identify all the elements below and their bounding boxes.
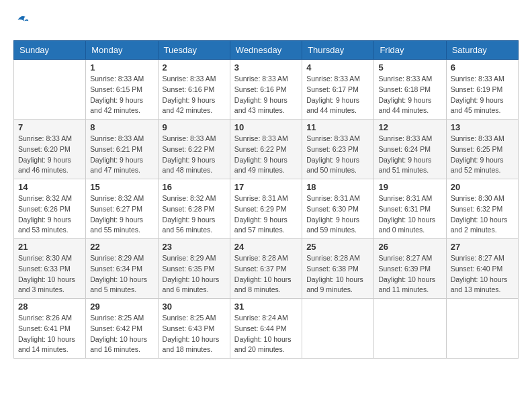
day-number: 3	[234, 62, 298, 73]
day-number: 24	[234, 242, 298, 252]
calendar-cell: 2Sunrise: 8:33 AMSunset: 6:16 PMDaylight…	[158, 60, 230, 120]
calendar-cell: 26Sunrise: 8:27 AMSunset: 6:39 PMDayligh…	[374, 239, 446, 299]
day-info: Sunrise: 8:24 AMSunset: 6:44 PMDaylight:…	[234, 313, 298, 355]
logo	[13, 13, 32, 30]
day-number: 13	[451, 122, 514, 132]
day-info: Sunrise: 8:29 AMSunset: 6:34 PMDaylight:…	[90, 253, 153, 295]
calendar-cell: 24Sunrise: 8:28 AMSunset: 6:37 PMDayligh…	[230, 239, 302, 299]
day-number: 5	[378, 62, 441, 73]
calendar-cell: 21Sunrise: 8:30 AMSunset: 6:33 PMDayligh…	[14, 239, 86, 299]
page-header	[13, 13, 519, 30]
calendar-cell: 22Sunrise: 8:29 AMSunset: 6:34 PMDayligh…	[86, 239, 158, 299]
calendar-cell	[446, 299, 518, 359]
day-info: Sunrise: 8:32 AMSunset: 6:26 PMDaylight:…	[18, 193, 81, 236]
calendar-cell: 31Sunrise: 8:24 AMSunset: 6:44 PMDayligh…	[230, 299, 302, 359]
day-info: Sunrise: 8:33 AMSunset: 6:22 PMDaylight:…	[234, 134, 298, 176]
day-info: Sunrise: 8:30 AMSunset: 6:33 PMDaylight:…	[18, 253, 81, 295]
day-number: 14	[18, 182, 81, 192]
day-number: 28	[18, 302, 81, 312]
calendar-cell: 23Sunrise: 8:29 AMSunset: 6:35 PMDayligh…	[158, 239, 230, 299]
logo-image	[13, 13, 30, 30]
week-row-2: 7Sunrise: 8:33 AMSunset: 6:20 PMDaylight…	[14, 120, 519, 179]
day-number: 15	[90, 182, 153, 192]
day-info: Sunrise: 8:33 AMSunset: 6:22 PMDaylight:…	[163, 134, 226, 176]
weekday-header-tuesday: Tuesday	[158, 41, 230, 60]
calendar-cell: 1Sunrise: 8:33 AMSunset: 6:15 PMDaylight…	[86, 60, 158, 120]
day-number: 17	[234, 182, 298, 192]
day-info: Sunrise: 8:32 AMSunset: 6:28 PMDaylight:…	[163, 193, 226, 236]
calendar-cell: 6Sunrise: 8:33 AMSunset: 6:19 PMDaylight…	[446, 60, 518, 120]
weekday-header-wednesday: Wednesday	[230, 41, 302, 60]
day-info: Sunrise: 8:28 AMSunset: 6:38 PMDaylight:…	[306, 253, 369, 295]
weekday-header-monday: Monday	[86, 41, 158, 60]
calendar-cell: 20Sunrise: 8:30 AMSunset: 6:32 PMDayligh…	[446, 179, 518, 239]
week-row-3: 14Sunrise: 8:32 AMSunset: 6:26 PMDayligh…	[14, 179, 519, 239]
day-info: Sunrise: 8:33 AMSunset: 6:17 PMDaylight:…	[306, 74, 369, 116]
calendar-cell: 16Sunrise: 8:32 AMSunset: 6:28 PMDayligh…	[158, 179, 230, 239]
weekday-header-saturday: Saturday	[446, 41, 518, 60]
day-number: 26	[378, 242, 441, 252]
calendar-cell: 17Sunrise: 8:31 AMSunset: 6:29 PMDayligh…	[230, 179, 302, 239]
day-info: Sunrise: 8:33 AMSunset: 6:18 PMDaylight:…	[378, 74, 441, 116]
day-number: 31	[234, 302, 298, 312]
calendar-cell: 11Sunrise: 8:33 AMSunset: 6:23 PMDayligh…	[302, 120, 374, 179]
calendar-cell: 25Sunrise: 8:28 AMSunset: 6:38 PMDayligh…	[302, 239, 374, 299]
day-info: Sunrise: 8:30 AMSunset: 6:32 PMDaylight:…	[451, 193, 514, 236]
day-info: Sunrise: 8:33 AMSunset: 6:16 PMDaylight:…	[234, 74, 298, 116]
day-number: 11	[306, 122, 369, 132]
day-info: Sunrise: 8:33 AMSunset: 6:15 PMDaylight:…	[90, 74, 153, 116]
day-info: Sunrise: 8:26 AMSunset: 6:41 PMDaylight:…	[18, 313, 81, 355]
calendar-cell: 3Sunrise: 8:33 AMSunset: 6:16 PMDaylight…	[230, 60, 302, 120]
day-info: Sunrise: 8:31 AMSunset: 6:30 PMDaylight:…	[306, 193, 369, 236]
day-number: 1	[90, 62, 153, 73]
day-info: Sunrise: 8:31 AMSunset: 6:31 PMDaylight:…	[378, 193, 441, 236]
day-number: 29	[90, 302, 153, 312]
day-number: 19	[378, 182, 441, 192]
day-info: Sunrise: 8:33 AMSunset: 6:23 PMDaylight:…	[306, 134, 369, 176]
day-info: Sunrise: 8:25 AMSunset: 6:42 PMDaylight:…	[90, 313, 153, 355]
calendar-cell	[374, 299, 446, 359]
day-info: Sunrise: 8:33 AMSunset: 6:24 PMDaylight:…	[378, 134, 441, 176]
day-info: Sunrise: 8:33 AMSunset: 6:19 PMDaylight:…	[451, 74, 514, 116]
weekday-header-row: SundayMondayTuesdayWednesdayThursdayFrid…	[14, 41, 519, 60]
day-number: 23	[163, 242, 226, 252]
calendar-cell: 27Sunrise: 8:27 AMSunset: 6:40 PMDayligh…	[446, 239, 518, 299]
calendar-cell: 9Sunrise: 8:33 AMSunset: 6:22 PMDaylight…	[158, 120, 230, 179]
calendar-cell	[14, 60, 86, 120]
day-number: 25	[306, 242, 369, 252]
day-info: Sunrise: 8:31 AMSunset: 6:29 PMDaylight:…	[234, 193, 298, 236]
day-info: Sunrise: 8:33 AMSunset: 6:25 PMDaylight:…	[451, 134, 514, 176]
calendar-cell: 19Sunrise: 8:31 AMSunset: 6:31 PMDayligh…	[374, 179, 446, 239]
day-number: 6	[451, 62, 514, 73]
day-number: 20	[451, 182, 514, 192]
day-number: 12	[378, 122, 441, 132]
day-info: Sunrise: 8:25 AMSunset: 6:43 PMDaylight:…	[163, 313, 226, 355]
day-number: 8	[90, 122, 153, 132]
calendar-cell: 5Sunrise: 8:33 AMSunset: 6:18 PMDaylight…	[374, 60, 446, 120]
calendar-cell: 4Sunrise: 8:33 AMSunset: 6:17 PMDaylight…	[302, 60, 374, 120]
day-number: 9	[163, 122, 226, 132]
day-info: Sunrise: 8:29 AMSunset: 6:35 PMDaylight:…	[163, 253, 226, 295]
day-number: 4	[306, 62, 369, 73]
week-row-5: 28Sunrise: 8:26 AMSunset: 6:41 PMDayligh…	[14, 299, 519, 359]
day-info: Sunrise: 8:32 AMSunset: 6:27 PMDaylight:…	[90, 193, 153, 236]
weekday-header-friday: Friday	[374, 41, 446, 60]
calendar-cell: 7Sunrise: 8:33 AMSunset: 6:20 PMDaylight…	[14, 120, 86, 179]
day-number: 10	[234, 122, 298, 132]
day-number: 30	[163, 302, 226, 312]
calendar-cell: 28Sunrise: 8:26 AMSunset: 6:41 PMDayligh…	[14, 299, 86, 359]
day-number: 7	[18, 122, 81, 132]
calendar-table: SundayMondayTuesdayWednesdayThursdayFrid…	[13, 40, 519, 359]
day-info: Sunrise: 8:33 AMSunset: 6:20 PMDaylight:…	[18, 134, 81, 176]
day-info: Sunrise: 8:33 AMSunset: 6:21 PMDaylight:…	[90, 134, 153, 176]
calendar-cell: 10Sunrise: 8:33 AMSunset: 6:22 PMDayligh…	[230, 120, 302, 179]
weekday-header-sunday: Sunday	[14, 41, 86, 60]
week-row-4: 21Sunrise: 8:30 AMSunset: 6:33 PMDayligh…	[14, 239, 519, 299]
day-info: Sunrise: 8:27 AMSunset: 6:40 PMDaylight:…	[451, 253, 514, 295]
calendar-cell: 15Sunrise: 8:32 AMSunset: 6:27 PMDayligh…	[86, 179, 158, 239]
day-number: 2	[163, 62, 226, 73]
calendar-cell: 8Sunrise: 8:33 AMSunset: 6:21 PMDaylight…	[86, 120, 158, 179]
calendar-cell: 30Sunrise: 8:25 AMSunset: 6:43 PMDayligh…	[158, 299, 230, 359]
calendar-cell: 13Sunrise: 8:33 AMSunset: 6:25 PMDayligh…	[446, 120, 518, 179]
calendar-cell	[302, 299, 374, 359]
